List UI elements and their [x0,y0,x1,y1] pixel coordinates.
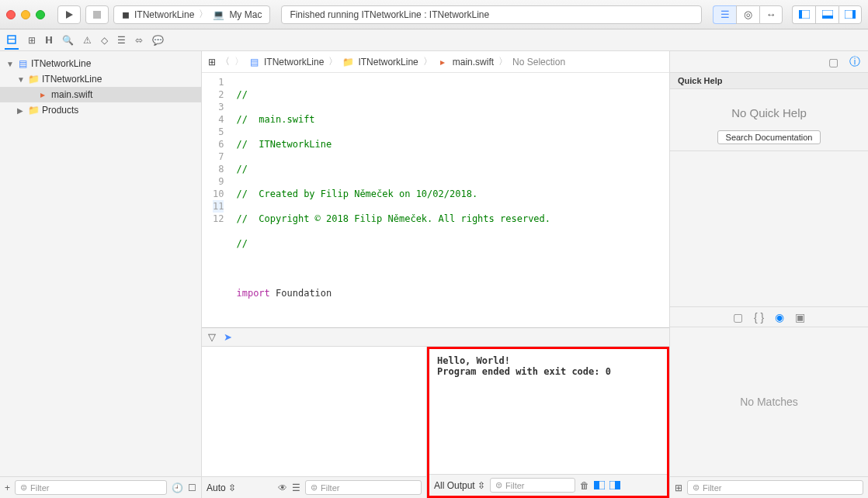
toggle-navigator-button[interactable] [792,5,815,24]
trash-icon[interactable]: 🗑 [580,480,589,491]
show-console-icon[interactable] [609,481,620,489]
gutter: 123456789101112 [202,73,230,327]
print-icon[interactable]: ☰ [292,482,300,493]
navigator-filter[interactable]: ⊜ Filter [15,480,167,495]
svg-rect-7 [852,10,856,19]
search-documentation-button[interactable]: Search Documentation [717,130,821,144]
tree-root[interactable]: ▼▤ITNetworkLine [0,56,201,71]
console-output: Hello, World! Program ended with exit co… [427,347,669,498]
svg-rect-1 [93,11,101,19]
minimize-window[interactable] [21,10,30,19]
debug-area: ▽ ➤ Auto ⇳ 👁 ☰ ⊜Filter [202,327,669,498]
quickhelp-tab[interactable]: ⓘ [849,55,860,69]
jump-bar[interactable]: ⊞ 〈 〉 ▤ITNetworkLine〉 📁ITNetworkLine〉 ▸m… [202,51,669,73]
issue-navigator-tab[interactable]: ⚠ [83,35,92,46]
run-button[interactable] [57,5,81,24]
project-tree: ▼▤ITNetworkLine ▼📁ITNetworkLine ▸main.sw… [0,51,201,476]
recent-filter-icon[interactable]: 🕘 [172,482,183,493]
close-window[interactable] [6,10,16,19]
tree-file-main[interactable]: ▸main.swift [0,87,201,102]
filter-icon: ⊜ [311,482,318,493]
scm-filter-icon[interactable]: ☐ [188,482,196,493]
no-quickhelp-label: No Quick Help [670,95,868,130]
version-editor-button[interactable]: ↔ [759,5,783,24]
quicklook-icon[interactable]: 👁 [278,482,287,493]
assistant-editor-button[interactable]: ◎ [736,5,759,24]
tree-products[interactable]: ▶📁Products [0,102,201,118]
symbol-navigator-tab[interactable]: ⊞ [28,35,36,46]
code-snippet-tab[interactable]: { } [754,311,764,323]
filter-icon: ⊜ [495,480,502,490]
tree-group[interactable]: ▼📁ITNetworkLine [0,71,201,87]
svg-rect-13 [615,481,620,489]
toggle-debug-button[interactable] [815,5,838,24]
project-navigator-tab[interactable] [5,31,19,50]
inspector-tabs: ▢ ⓘ [670,51,868,73]
svg-rect-11 [594,481,599,489]
debug-navigator-tab[interactable]: ☰ [117,35,126,46]
breakpoint-navigator-tab[interactable]: ⬄ [135,35,143,46]
output-selector[interactable]: All Output ⇳ [434,480,485,491]
find-navigator-tab[interactable]: 𝗛 [45,35,53,46]
inspector-panel: ▢ ⓘ Quick Help No Quick Help Search Docu… [670,51,868,498]
file-inspector-tab[interactable]: ▢ [828,56,838,68]
debug-bar: ▽ ➤ [202,328,669,347]
window-controls [6,10,45,19]
add-button[interactable]: + [5,482,10,493]
filter-icon: ⊜ [20,482,27,493]
test-navigator-tab[interactable]: ◇ [101,35,108,46]
svg-marker-0 [66,11,73,19]
no-matches-label: No Matches [670,327,868,476]
variables-view: Auto ⇳ 👁 ☰ ⊜Filter [202,347,427,498]
variables-filter[interactable]: ⊜Filter [305,480,422,495]
scheme-selector[interactable]: ◼ITNetworkLine〉 💻My Mac [113,5,270,24]
media-library-tab[interactable]: ▣ [795,311,805,323]
source-editor[interactable]: 123456789101112 // // main.swift // ITNe… [202,73,669,327]
panel-toggle-group [792,5,862,24]
navigator-tabs: ⊞ 𝗛 🔍 ⚠ ◇ ☰ ⬄ 💬 [0,29,868,51]
related-items-icon[interactable]: ⊞ [208,57,216,67]
auto-selector[interactable]: Auto ⇳ [207,482,236,493]
console-filter[interactable]: ⊜Filter [490,478,575,493]
report-navigator-tab[interactable]: 💬 [152,35,164,46]
filter-icon: ⊜ [693,482,700,493]
zoom-window[interactable] [36,10,45,19]
svg-rect-9 [8,39,16,40]
show-variables-icon[interactable] [594,481,605,489]
console-text[interactable]: Hello, World! Program ended with exit co… [429,349,667,474]
editor-mode-group: ☰ ◎ ↔ [713,5,783,24]
code-content: // // main.swift // ITNetworkLine // // … [230,73,669,327]
standard-editor-button[interactable]: ☰ [713,5,736,24]
editor-area: ⊞ 〈 〉 ▤ITNetworkLine〉 📁ITNetworkLine〉 ▸m… [202,51,670,498]
grid-view-icon[interactable]: ⊞ [675,482,682,493]
library-panel: ▢ { } ◉ ▣ No Matches ⊞ ⊜Filter [670,306,868,498]
stop-button[interactable] [85,5,109,24]
toggle-inspector-button[interactable] [838,5,862,24]
library-filter[interactable]: ⊜Filter [687,480,863,495]
activity-status: Finished running ITNetworkLine : ITNetwo… [281,5,702,24]
svg-rect-5 [822,16,833,19]
search-navigator-tab[interactable]: 🔍 [62,35,74,46]
hide-debug-icon[interactable]: ▽ [208,331,216,343]
breakpoint-toggle-icon[interactable]: ➤ [224,331,232,343]
object-library-tab[interactable]: ◉ [775,311,784,323]
file-template-tab[interactable]: ▢ [733,311,743,323]
main-toolbar: ◼ITNetworkLine〉 💻My Mac Finished running… [0,0,868,29]
quickhelp-header: Quick Help [670,73,868,89]
navigator-footer: + ⊜ Filter 🕘 ☐ [0,476,201,498]
svg-rect-3 [799,10,802,19]
back-button[interactable]: 〈 [220,55,230,68]
forward-button[interactable]: 〉 [234,55,244,68]
navigator-sidebar: ▼▤ITNetworkLine ▼📁ITNetworkLine ▸main.sw… [0,51,202,498]
